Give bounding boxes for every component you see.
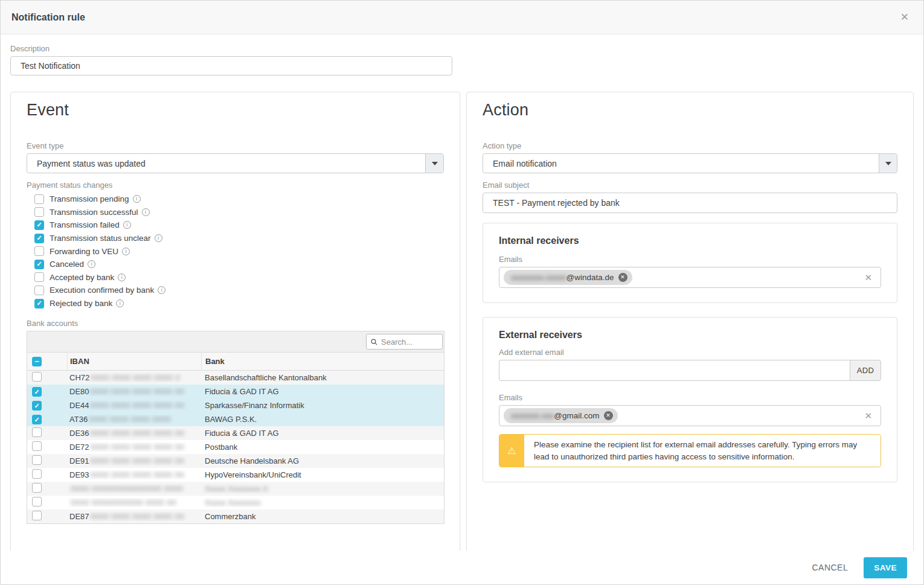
option-label: Canceled — [50, 260, 84, 269]
option-label: Accepted by bank — [50, 273, 114, 282]
iban-prefix: DE87 — [69, 512, 89, 521]
option-canceled[interactable]: Canceled — [27, 258, 444, 271]
checkbox[interactable] — [34, 194, 44, 204]
row-checkbox[interactable] — [32, 401, 42, 411]
table-row[interactable]: DE870000 0000 0000 0000 00 Commerzbank — [27, 510, 444, 523]
dialog-footer: CANCEL SAVE — [1, 551, 923, 584]
search-box[interactable] — [366, 334, 443, 350]
iban-redacted: 0000 0000 0000 0000 0 — [91, 373, 180, 382]
action-type-select[interactable]: Email notification — [483, 153, 897, 173]
info-icon[interactable] — [116, 299, 124, 307]
row-checkbox[interactable] — [32, 387, 42, 397]
row-checkbox[interactable] — [32, 455, 42, 465]
table-toolbar — [27, 331, 444, 353]
iban-redacted: 0000 0000 0000 0000 — [89, 415, 171, 424]
cancel-button[interactable]: CANCEL — [812, 563, 848, 572]
save-button[interactable]: SAVE — [864, 557, 907, 578]
email-subject-input[interactable] — [483, 193, 897, 213]
row-checkbox[interactable] — [32, 483, 42, 493]
table-row[interactable]: 0000 000000000000000 0000 Xxxxx Xxxxxxxx… — [27, 482, 444, 496]
iban-redacted: 0000 000000000000000 0000 — [71, 484, 183, 493]
iban-prefix: DE93 — [69, 470, 89, 479]
row-checkbox[interactable] — [32, 511, 42, 520]
select-all-checkbox[interactable] — [32, 357, 42, 366]
info-icon[interactable] — [122, 248, 130, 255]
info-icon[interactable] — [123, 221, 131, 229]
info-icon[interactable] — [118, 273, 126, 281]
table-row[interactable]: DE440000 0000 0000 0000 00 Sparkasse/Fin… — [27, 398, 444, 412]
row-checkbox[interactable] — [32, 469, 42, 479]
column-header-iban[interactable]: IBAN — [67, 353, 201, 370]
row-checkbox[interactable] — [32, 372, 42, 382]
option-execution-confirmed-by-bank[interactable]: Execution confirmed by bank — [27, 284, 444, 297]
table-row[interactable]: CH720000 0000 0000 0000 0 Basellandschaf… — [27, 371, 444, 385]
row-checkbox[interactable] — [32, 497, 42, 507]
event-heading: Event — [27, 101, 444, 120]
row-checkbox[interactable] — [32, 415, 42, 424]
clear-field-icon[interactable]: ✕ — [864, 272, 872, 283]
option-transmission-successful[interactable]: Transmission successful — [27, 206, 444, 219]
table-row[interactable]: 0000 00000000000 0000 00 Xxxxx Xxxxxxxx — [27, 496, 444, 510]
table-row[interactable]: AT360000 0000 0000 0000 BAWAG P.S.K. — [27, 412, 444, 426]
add-external-email-label: Add external email — [499, 348, 881, 357]
checkbox[interactable] — [34, 207, 44, 217]
bank-name: HypoVereinsbank/UniCredit — [205, 470, 301, 479]
email-chip: xxxxxxxx.xxxxx@windata.de — [504, 270, 632, 285]
table-row[interactable]: DE800000 0000 0000 0000 00 Fiducia & GAD… — [27, 385, 444, 398]
action-panel: Action Action type Email notification Em… — [466, 92, 914, 554]
external-emails-field[interactable]: xxxxxxx.xxx@gmail.com ✕ — [499, 405, 881, 426]
dialog-body: Description Event Event type Payment sta… — [1, 34, 923, 563]
bank-name: Fiducia & GAD IT AG — [205, 429, 279, 438]
search-input[interactable] — [381, 337, 438, 347]
info-icon[interactable] — [142, 208, 150, 216]
remove-chip-icon[interactable] — [604, 411, 613, 420]
warning-icon — [499, 435, 524, 467]
option-label: Transmission status unclear — [50, 234, 151, 243]
info-icon[interactable] — [88, 260, 95, 268]
table-row[interactable]: DE930000 0000 0000 0000 00 HypoVereinsba… — [27, 468, 444, 482]
close-icon[interactable]: ✕ — [900, 12, 909, 22]
checkbox[interactable] — [34, 220, 44, 230]
option-transmission-status-unclear[interactable]: Transmission status unclear — [27, 232, 444, 245]
option-transmission-pending[interactable]: Transmission pending — [27, 193, 444, 206]
row-checkbox[interactable] — [32, 427, 42, 437]
column-header-bank[interactable]: Bank — [201, 353, 444, 370]
clear-field-icon[interactable]: ✕ — [864, 411, 872, 421]
info-icon[interactable] — [158, 286, 165, 294]
iban-prefix: AT36 — [69, 415, 88, 424]
add-button[interactable]: ADD — [850, 360, 881, 381]
table-row[interactable]: DE910000 0000 0000 0000 00 Deutsche Hand… — [27, 454, 444, 468]
checkbox[interactable] — [34, 272, 44, 282]
chevron-down-icon[interactable] — [879, 154, 897, 173]
add-email-input[interactable] — [499, 360, 850, 381]
info-icon[interactable] — [133, 195, 141, 203]
checkbox[interactable] — [34, 234, 44, 243]
remove-chip-icon[interactable] — [618, 273, 627, 282]
event-panel: Event Event type Payment status was upda… — [10, 92, 460, 554]
row-checkbox[interactable] — [32, 441, 42, 451]
panels: Event Event type Payment status was upda… — [10, 92, 914, 554]
internal-emails-field[interactable]: xxxxxxxx.xxxxx@windata.de ✕ — [499, 267, 881, 288]
chevron-down-icon[interactable] — [425, 154, 443, 173]
table-row[interactable]: DE360000 0000 0000 0000 00 Fiducia & GAD… — [27, 426, 444, 440]
internal-receivers-card: Internal receivers Emails xxxxxxxx.xxxxx… — [483, 223, 897, 303]
iban-redacted: 0000 0000 0000 0000 00 — [91, 456, 185, 465]
event-type-select[interactable]: Payment status was updated — [27, 153, 444, 173]
option-accepted-by-bank[interactable]: Accepted by bank — [27, 271, 444, 284]
description-input[interactable] — [10, 56, 452, 75]
info-icon[interactable] — [155, 234, 162, 242]
iban-prefix: DE36 — [69, 429, 89, 438]
checkbox[interactable] — [34, 286, 44, 295]
iban-redacted: 0000 0000 0000 0000 00 — [91, 470, 185, 479]
checkbox[interactable] — [34, 299, 44, 308]
option-transmission-failed[interactable]: Transmission failed — [27, 219, 444, 232]
checkbox[interactable] — [34, 260, 44, 269]
iban-redacted: 0000 0000 0000 0000 00 — [91, 401, 185, 410]
option-rejected-by-bank[interactable]: Rejected by bank — [27, 297, 444, 310]
option-forwarding-to-veu[interactable]: Forwarding to VEU — [27, 245, 444, 258]
add-email-row: ADD — [499, 360, 881, 381]
email-domain: @gmail.com — [554, 411, 599, 420]
bank-name: Sparkasse/Finanz Informatik — [205, 401, 304, 410]
checkbox[interactable] — [34, 246, 44, 256]
table-row[interactable]: DE720000 0000 0000 0000 00 Postbank — [27, 440, 444, 454]
